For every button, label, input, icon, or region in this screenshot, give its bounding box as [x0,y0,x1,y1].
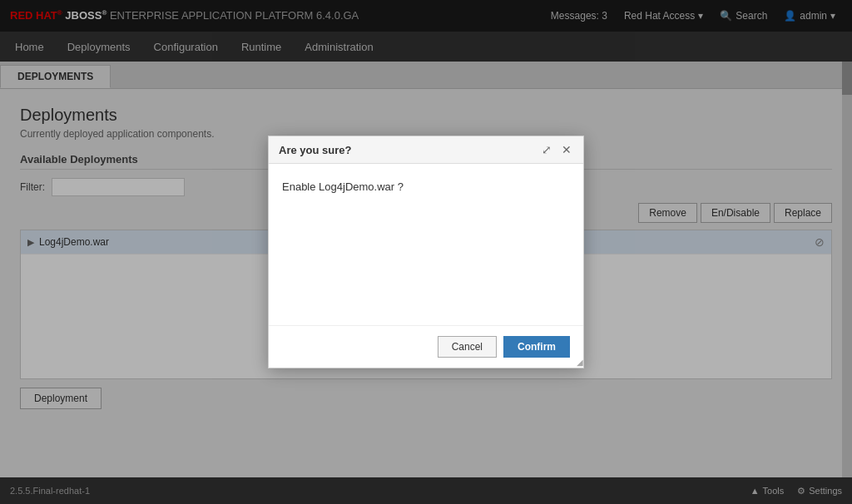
confirm-modal: Are you sure? ⤢ ✕ Enable Log4jDemo.war ?… [268,136,584,368]
cancel-button[interactable]: Cancel [438,336,497,358]
modal-controls: ⤢ ✕ [540,143,573,156]
modal-close-button[interactable]: ✕ [560,143,573,156]
resize-handle[interactable]: ◢ [573,358,583,368]
modal-title: Are you sure? [279,144,351,156]
modal-header: Are you sure? ⤢ ✕ [269,136,583,164]
confirm-button[interactable]: Confirm [503,336,570,358]
modal-footer: Cancel Confirm [269,325,583,368]
modal-body-text: Enable Log4jDemo.war ? [282,180,404,193]
modal-expand-button[interactable]: ⤢ [540,143,553,156]
modal-overlay: Are you sure? ⤢ ✕ Enable Log4jDemo.war ?… [0,0,852,504]
modal-body: Enable Log4jDemo.war ? [269,164,583,325]
